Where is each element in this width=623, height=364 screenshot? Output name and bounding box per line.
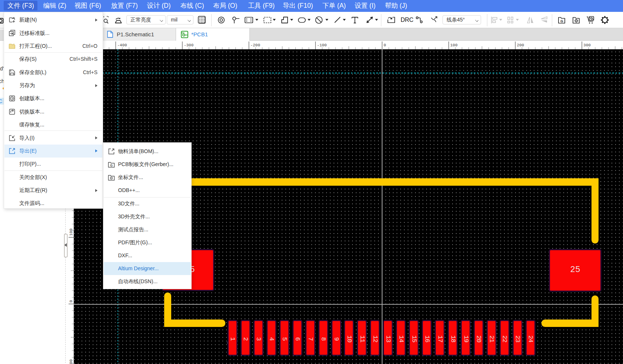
svg-text:G: G	[560, 19, 563, 23]
svg-text:0: 0	[69, 300, 73, 302]
svg-text:-100: -100	[69, 359, 73, 364]
svg-text:G: G	[110, 163, 113, 167]
svg-text:100: 100	[69, 228, 73, 236]
